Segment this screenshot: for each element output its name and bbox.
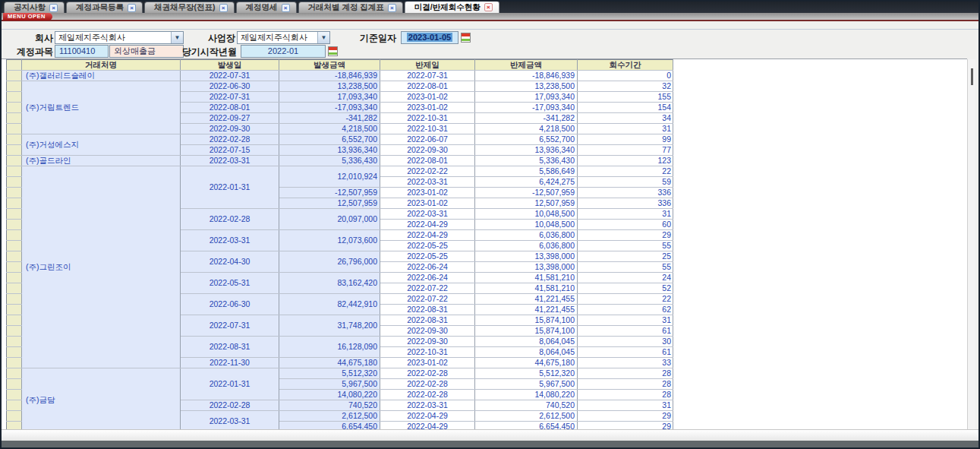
- row-header-cell: [7, 81, 22, 92]
- account-name-field[interactable]: 외상매출금: [109, 45, 184, 58]
- collect-days-cell: 22: [578, 166, 673, 177]
- table-row[interactable]: (주)금담2022-01-315,512,3202022-02-285,512,…: [7, 368, 673, 379]
- horizontal-scrollbar[interactable]: [2, 429, 978, 441]
- period-start-field[interactable]: 2022-01: [241, 45, 326, 58]
- settle-amount-cell: 5,336,430: [475, 156, 578, 166]
- occur-date-cell: 2022-03-31: [181, 156, 279, 166]
- settle-amount-cell: 4,218,500: [475, 124, 578, 134]
- occur-amount-cell: 82,442,910: [279, 294, 380, 315]
- settle-date-cell: 2023-01-02: [380, 92, 475, 103]
- table-row[interactable]: (주)그린조이2022-01-3112,010,9242022-02-225,5…: [7, 166, 673, 177]
- base-date-value: 2023-01-05: [407, 33, 452, 42]
- close-icon[interactable]: ×: [49, 4, 58, 12]
- tab-5[interactable]: 거래처별 계정 집계표×: [298, 2, 403, 13]
- col-header-settle-date[interactable]: 반제일: [380, 60, 475, 71]
- occur-amount-cell: 16,128,090: [279, 337, 380, 358]
- collect-days-cell: 99: [578, 134, 673, 145]
- occur-date-cell: 2022-03-31: [181, 230, 279, 251]
- tab-6[interactable]: 미결/반제회수현황×: [405, 1, 499, 13]
- settle-amount-cell: 5,512,320: [475, 368, 578, 379]
- close-icon[interactable]: ×: [282, 4, 290, 12]
- collect-days-cell: 60: [578, 220, 673, 230]
- close-icon[interactable]: ×: [484, 3, 493, 11]
- filter-panel: 회사 제일제지주식회사 ▼ 사업장 제일제지주식회사 ▼ 기준일자 2023-0…: [2, 23, 978, 58]
- account-code-field[interactable]: 11100410: [55, 45, 109, 58]
- tab-4[interactable]: 계정명세×: [236, 2, 297, 13]
- calendar-icon[interactable]: [461, 33, 471, 43]
- settle-amount-cell: 8,064,045: [475, 347, 578, 358]
- table-row[interactable]: (주)거성에스지2022-02-286,552,7002022-06-076,5…: [7, 134, 673, 145]
- col-header-occur-amount[interactable]: 발생금액: [279, 60, 380, 71]
- occur-amount-cell: -12,507,959: [279, 188, 380, 198]
- occur-amount-cell: 5,967,500: [279, 379, 380, 390]
- col-header-customer[interactable]: 거래처명: [22, 60, 181, 71]
- settle-date-cell: 2023-01-02: [380, 188, 475, 198]
- chevron-down-icon[interactable]: ▼: [171, 32, 183, 43]
- occur-date-cell: 2022-04-30: [181, 251, 279, 273]
- settle-date-cell: 2022-06-24: [380, 262, 475, 273]
- panel-divider: [2, 29, 978, 30]
- settle-amount-cell: -12,507,959: [475, 188, 578, 198]
- occur-date-cell: 2022-05-31: [181, 273, 279, 294]
- col-header-collect-days[interactable]: 회수기간: [578, 60, 673, 71]
- bottom-status-bar: [2, 441, 978, 447]
- settle-date-cell: 2022-03-31: [380, 209, 475, 220]
- occur-amount-cell: 26,796,000: [279, 251, 380, 273]
- occur-date-cell: 2022-07-31: [181, 71, 279, 81]
- settle-amount-cell: 15,874,100: [475, 315, 578, 326]
- collect-days-cell: 77: [578, 145, 673, 156]
- close-icon[interactable]: ×: [219, 4, 228, 12]
- settle-date-cell: 2022-06-07: [380, 134, 475, 145]
- col-header-settle-amount[interactable]: 반제금액: [475, 60, 578, 71]
- occur-amount-cell: 31,748,200: [279, 315, 380, 337]
- collect-days-cell: 31: [578, 209, 673, 220]
- close-icon[interactable]: ×: [128, 4, 136, 12]
- settle-amount-cell: 41,221,455: [475, 305, 578, 315]
- settle-amount-cell: 6,654,450: [475, 422, 578, 430]
- collect-days-cell: 123: [578, 156, 673, 166]
- occur-date-cell: 2022-01-31: [181, 368, 279, 400]
- occur-amount-cell: 6,654,450: [279, 422, 380, 430]
- occur-amount-cell: 12,507,959: [279, 198, 380, 209]
- collect-days-cell: 0: [578, 71, 673, 81]
- settle-amount-cell: 44,675,180: [475, 358, 578, 368]
- occur-date-cell: 2022-02-28: [181, 134, 279, 145]
- row-header-cell: [7, 273, 22, 283]
- vertical-scrollbar[interactable]: [967, 59, 975, 429]
- table-row[interactable]: (주)골드라인2022-03-315,336,4302022-08-015,33…: [7, 156, 673, 166]
- chevron-down-icon[interactable]: ▼: [317, 32, 329, 43]
- tab-label: 채권채무장(전표): [154, 2, 216, 13]
- customer-name-cell: (주)골드라인: [22, 156, 181, 166]
- site-select[interactable]: 제일제지주식회사 ▼: [237, 31, 330, 44]
- row-header-cell: [7, 294, 22, 305]
- customer-name-cell: (주)그린조이: [22, 166, 181, 368]
- settle-amount-cell: 2,612,500: [475, 411, 578, 422]
- settle-amount-cell: 5,967,500: [475, 379, 578, 390]
- tab-2[interactable]: 계정과목등록×: [66, 2, 143, 13]
- corner-cell: [7, 60, 22, 71]
- tab-3[interactable]: 채권채무장(전표)×: [144, 2, 235, 13]
- row-header-cell: [7, 156, 22, 166]
- company-select[interactable]: 제일제지주식회사 ▼: [55, 31, 184, 44]
- settle-amount-cell: 13,398,000: [475, 251, 578, 262]
- menu-open-button[interactable]: MENU OPEN: [3, 13, 52, 21]
- close-icon[interactable]: ×: [388, 4, 396, 12]
- calendar-icon[interactable]: [328, 46, 338, 56]
- row-header-cell: [7, 241, 22, 251]
- row-header-cell: [7, 103, 22, 113]
- collect-days-cell: 55: [578, 262, 673, 273]
- collect-days-cell: 28: [578, 368, 673, 379]
- table-row[interactable]: (주)갤러리드슬레이2022-07-31-18,846,9392022-07-3…: [7, 71, 673, 81]
- base-date-input[interactable]: 2023-01-05: [401, 31, 458, 44]
- occur-amount-cell: 4,218,500: [279, 124, 380, 134]
- row-header-cell: [7, 379, 22, 390]
- occur-amount-cell: 5,336,430: [279, 156, 380, 166]
- occur-amount-cell: 17,093,340: [279, 92, 380, 103]
- settle-amount-cell: 13,936,340: [475, 145, 578, 156]
- tab-1[interactable]: 공지사항×: [4, 2, 65, 13]
- collect-days-cell: 22: [578, 294, 673, 305]
- vertical-scrollbar-thumb[interactable]: [971, 68, 973, 85]
- table-row[interactable]: (주)거림트렌드2022-06-3013,238,5002022-08-0113…: [7, 81, 673, 92]
- settle-amount-cell: 10,048,500: [475, 220, 578, 230]
- col-header-occur-date[interactable]: 발생일: [181, 60, 279, 71]
